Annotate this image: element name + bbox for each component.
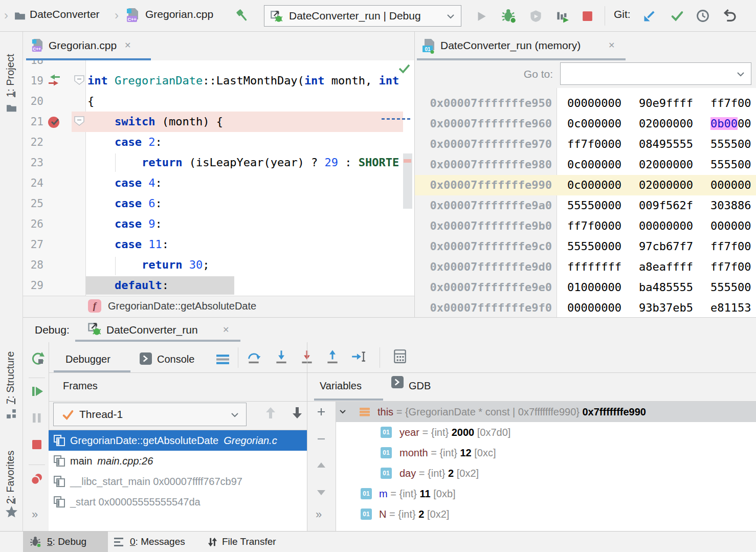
tab-gregorian-cpp[interactable]: C++ Gregorian.cpp ✕ — [24, 32, 153, 60]
memory-value: 555500 — [710, 154, 751, 175]
sidebar-item-project[interactable]: 1: Project — [5, 54, 16, 97]
tab-debug-session[interactable]: DateConverter_run ✕ — [75, 318, 259, 342]
history-clock-icon[interactable] — [696, 9, 710, 23]
step-into-button[interactable] — [274, 348, 289, 364]
evaluate-expression-button[interactable] — [392, 348, 408, 364]
memory-row[interactable]: 0x00007fffffffe9a055550000009f562f303886 — [415, 195, 756, 216]
toolwindow-button-messages[interactable]: 0: Messages — [130, 536, 185, 547]
stack-frame[interactable]: GregorianDate::getAbsoluteDateGregorian.… — [49, 430, 307, 451]
breakpoint-icon[interactable] — [48, 115, 62, 129]
close-icon[interactable]: ✕ — [124, 40, 131, 50]
stack-frame-icon — [53, 495, 66, 509]
tab-variables[interactable]: Variables — [320, 380, 362, 392]
variables-tree[interactable]: this = {GregorianDate * const | 0x7fffff… — [336, 402, 756, 532]
tab-console[interactable]: Console — [157, 354, 194, 365]
svg-text:C++: C++ — [33, 47, 41, 52]
goto-address-combobox[interactable] — [560, 62, 751, 85]
stack-frame[interactable]: _start 0x00005555555547da — [49, 492, 307, 512]
tab-indicator — [75, 340, 240, 342]
more-actions-button[interactable]: » — [32, 508, 38, 521]
fold-marker-icon[interactable] — [74, 116, 85, 126]
stack-frames-list[interactable]: GregorianDate::getAbsoluteDateGregorian.… — [49, 430, 307, 532]
stack-frame-icon — [53, 454, 66, 468]
run-with-coverage-button[interactable] — [529, 9, 543, 23]
code-editor[interactable]: 1819int GregorianDate::LastMonthDay(int … — [23, 60, 414, 296]
debug-button[interactable] — [501, 8, 517, 24]
memory-row[interactable]: 0x00007fffffffe9800c00000002000000555500 — [415, 154, 756, 175]
variable-row[interactable]: 01month = {int} 12 [0xc] — [336, 443, 756, 463]
stack-frame[interactable]: __libc_start_main 0x00007ffff767cb97 — [49, 471, 307, 492]
tab-gdb[interactable]: GDB — [409, 380, 431, 392]
toolbar-separator — [238, 347, 238, 368]
run-to-cursor-button[interactable] — [350, 348, 366, 364]
divider — [29, 378, 45, 378]
run-configuration-select[interactable]: DateConverter_run | Debug — [264, 5, 461, 27]
memory-row[interactable]: 0x00007fffffffe9900c00000002000000000000 — [415, 175, 756, 195]
run-button[interactable] — [475, 10, 488, 23]
folder-icon[interactable] — [6, 104, 17, 113]
variable-row[interactable]: 01m = {int} 11 [0xb] — [336, 483, 756, 504]
rerun-button[interactable] — [31, 351, 45, 366]
memory-value: ba485555 — [639, 277, 693, 298]
breadcrumb-project[interactable]: DateConverter — [30, 8, 100, 20]
variable-row[interactable]: 01year = {int} 2000 [0x7d0] — [336, 422, 756, 443]
memory-row[interactable]: 0x00007fffffffe9500000000090e9ffffff7f00 — [415, 93, 756, 114]
memory-row[interactable]: 0x00007fffffffe9b0ff7f000000000000000000 — [415, 216, 756, 236]
rollback-undo-icon[interactable] — [722, 9, 737, 23]
primitive-value-icon: 01 — [361, 488, 372, 499]
stack-frame[interactable]: mainmain.cpp:26 — [49, 451, 307, 471]
star-icon[interactable] — [5, 505, 18, 518]
memory-row[interactable]: 0x00007fffffffe9c05555000097cb67f7ff7f00 — [415, 236, 756, 257]
thread-selector[interactable]: Thread-1 — [53, 403, 247, 426]
toolwindow-button-file-transfer[interactable]: File Transfer — [222, 536, 276, 547]
build-hammer-icon[interactable] — [234, 8, 251, 24]
stop-button[interactable] — [581, 10, 594, 23]
tab-memory-view[interactable]: 01 DateConverter_run (memory) ✕ — [415, 32, 630, 60]
memory-value: ff7f00 — [710, 93, 751, 114]
variable-row[interactable]: this = {GregorianDate * const | 0x7fffff… — [336, 402, 756, 422]
git-commit-icon[interactable] — [670, 9, 684, 23]
inspections-ok-check-icon[interactable] — [397, 61, 411, 76]
variable-row[interactable]: 01N = {int} 2 [0x2] — [336, 504, 756, 524]
layout-settings-icon[interactable] — [216, 354, 230, 365]
profiler-button[interactable] — [555, 9, 569, 23]
frame-up-button[interactable] — [263, 406, 278, 420]
memory-row[interactable]: 0x00007fffffffe970ff7f000008495555555500 — [415, 134, 756, 154]
memory-row[interactable]: 0x00007fffffffe9d0ffffffffa8eaffffff7f00 — [415, 257, 756, 277]
move-up-button[interactable] — [317, 461, 326, 470]
view-breakpoints-button[interactable] — [30, 472, 44, 487]
breadcrumb-file[interactable]: Gregorian.cpp — [145, 8, 213, 20]
tab-debugger[interactable]: Debugger — [65, 354, 110, 365]
frame-down-button[interactable] — [290, 406, 304, 420]
memory-row[interactable]: 0x00007fffffffe9600c000000020000000b0000 — [415, 114, 756, 134]
more-actions-button[interactable]: » — [316, 508, 322, 521]
remove-watch-button[interactable] — [317, 434, 326, 444]
git-update-icon[interactable] — [642, 9, 657, 23]
memory-value: ff7f0000 — [567, 216, 621, 236]
code-line: 26 case 9: — [23, 214, 414, 234]
toolwindow-button-debug[interactable]: 5: Debug — [47, 536, 86, 547]
svg-text:C++: C++ — [127, 17, 136, 22]
structure-icon[interactable] — [6, 409, 16, 419]
sidebar-item-structure[interactable]: 7: Structure — [5, 351, 16, 404]
stop-debug-button[interactable] — [30, 437, 44, 452]
add-watch-button[interactable] — [317, 407, 326, 416]
memory-row[interactable]: 0x00007fffffffe9e001000000ba485555555500 — [415, 277, 756, 298]
close-icon[interactable]: ✕ — [223, 325, 229, 335]
memory-value: a8eaffff — [639, 257, 693, 277]
memory-row[interactable]: 0x00007fffffffe9f00000000093b37eb5e81153 — [415, 298, 756, 317]
step-out-button[interactable] — [325, 348, 340, 364]
close-icon[interactable]: ✕ — [608, 40, 615, 50]
memory-hex-view[interactable]: 0x00007fffffffe9500000000090e9ffffff7f00… — [415, 88, 756, 317]
move-down-button[interactable] — [317, 488, 326, 497]
error-stripe-mark[interactable] — [404, 159, 411, 163]
sidebar-item-favorites[interactable]: 2: Favorites — [5, 451, 16, 504]
variable-row[interactable]: 01day = {int} 2 [0x2] — [336, 463, 756, 483]
step-over-button[interactable] — [246, 348, 261, 364]
expander-chevron-icon[interactable] — [338, 407, 347, 416]
variable-text: day = {int} 2 [0x2] — [399, 463, 479, 483]
resume-button[interactable] — [30, 384, 44, 399]
debug-bug-icon — [30, 536, 42, 548]
fold-marker-icon[interactable] — [74, 75, 85, 85]
pause-button[interactable] — [30, 411, 44, 425]
